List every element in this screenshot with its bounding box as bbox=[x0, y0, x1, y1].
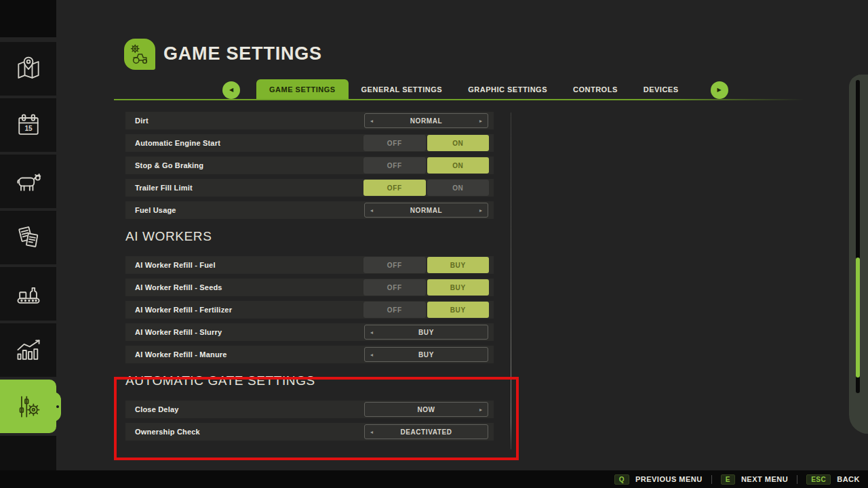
sidebar-item-empty bbox=[0, 436, 56, 470]
sidebar-item-map[interactable] bbox=[0, 42, 56, 96]
selector-fuel-usage[interactable]: ◂ NORMAL ▸ bbox=[364, 203, 488, 218]
scrollbar-thumb[interactable] bbox=[856, 258, 860, 378]
toggle-trailer-fill-limit: OFF ON bbox=[363, 180, 489, 196]
setting-label: Close Delay bbox=[125, 405, 364, 413]
shortcut-label: NEXT MENU bbox=[741, 475, 788, 483]
tractor-gear-icon bbox=[127, 42, 152, 66]
footer-separator bbox=[797, 475, 797, 484]
tab-graphic-settings[interactable]: GRAPHIC SETTINGS bbox=[455, 79, 560, 100]
shortcut-next-menu[interactable]: E NEXT MENU bbox=[721, 474, 788, 485]
tab-game-settings[interactable]: GAME SETTINGS bbox=[256, 79, 349, 100]
setting-row-fuel-usage: Fuel Usage ◂ NORMAL ▸ bbox=[125, 201, 494, 219]
selector-value: DEACTIVATED bbox=[400, 428, 452, 436]
selector-value: BUY bbox=[418, 351, 434, 359]
tabs-next-button[interactable]: ▶ bbox=[711, 81, 728, 99]
selector-value: NORMAL bbox=[410, 207, 442, 214]
setting-label: Automatic Engine Start bbox=[125, 139, 363, 147]
selector-ai-refill-manure[interactable]: ◂ BUY ▸ bbox=[364, 347, 488, 362]
tab-bar: ◀ GAME SETTINGS GENERAL SETTINGS GRAPHIC… bbox=[222, 79, 728, 100]
shortcut-previous-menu[interactable]: Q PREVIOUS MENU bbox=[614, 474, 703, 485]
arrow-left-icon[interactable]: ◂ bbox=[370, 207, 373, 214]
setting-row-stop-go-braking: Stop & Go Braking OFF ON bbox=[125, 157, 494, 174]
setting-label: AI Worker Refill - Fertilizer bbox=[125, 306, 363, 314]
key-e: E bbox=[721, 474, 735, 485]
setting-label: Ownership Check bbox=[125, 428, 364, 436]
tab-general-settings[interactable]: GENERAL SETTINGS bbox=[349, 79, 456, 100]
sidebar-item-settings[interactable] bbox=[0, 380, 56, 433]
page-title: GAME SETTINGS bbox=[163, 43, 322, 64]
arrow-right-icon[interactable]: ▸ bbox=[479, 207, 482, 214]
arrow-right-icon[interactable]: ▸ bbox=[479, 407, 482, 413]
setting-row-ai-refill-fertilizer: AI Worker Refill - Fertilizer OFF BUY bbox=[125, 301, 494, 319]
chevron-left-icon: ◀ bbox=[229, 87, 233, 93]
cow-icon bbox=[14, 167, 43, 197]
setting-row-ai-refill-manure: AI Worker Refill - Manure ◂ BUY ▸ bbox=[125, 346, 494, 363]
sidebar: 15 bbox=[0, 42, 56, 473]
map-icon bbox=[14, 54, 43, 84]
setting-label: AI Worker Refill - Slurry bbox=[125, 328, 364, 336]
arrow-left-icon[interactable]: ◂ bbox=[370, 118, 373, 124]
toggle-off-button[interactable]: OFF bbox=[363, 257, 426, 273]
settings-list: Dirt ◂ NORMAL ▸ Automatic Engine Start O… bbox=[125, 112, 494, 445]
toggle-ai-refill-seeds: OFF BUY bbox=[363, 279, 489, 296]
tab-underline bbox=[114, 99, 804, 100]
tab-controls[interactable]: CONTROLS bbox=[560, 79, 631, 100]
toggle-automatic-engine-start: OFF ON bbox=[363, 135, 489, 151]
key-q: Q bbox=[614, 474, 629, 485]
setting-row-trailer-fill-limit: Trailer Fill Limit OFF ON bbox=[125, 179, 494, 197]
game-settings-screen: 15 bbox=[0, 0, 868, 488]
toggle-stop-go-braking: OFF ON bbox=[363, 157, 489, 174]
toggle-off-button[interactable]: OFF bbox=[363, 180, 426, 196]
setting-row-ai-refill-slurry: AI Worker Refill - Slurry ◂ BUY ▸ bbox=[125, 323, 494, 341]
setting-row-dirt: Dirt ◂ NORMAL ▸ bbox=[125, 112, 494, 129]
section-heading-ai-workers: AI WORKERS bbox=[125, 227, 494, 246]
contracts-icon bbox=[14, 223, 43, 253]
footer-bar: Q PREVIOUS MENU E NEXT MENU ESC BACK bbox=[0, 470, 868, 488]
arrow-left-icon[interactable]: ◂ bbox=[370, 329, 373, 336]
footer-separator bbox=[711, 475, 712, 484]
sidebar-item-animals[interactable] bbox=[0, 155, 56, 208]
settings-sliders-gear-icon bbox=[14, 392, 43, 422]
toggle-on-button[interactable]: ON bbox=[427, 180, 490, 196]
toggle-ai-refill-fertilizer: OFF BUY bbox=[363, 302, 489, 318]
shortcut-label: PREVIOUS MENU bbox=[635, 475, 703, 483]
sidebar-item-production[interactable] bbox=[0, 267, 56, 321]
tab-devices[interactable]: DEVICES bbox=[631, 79, 692, 100]
toggle-buy-button[interactable]: BUY bbox=[427, 257, 490, 273]
toggle-off-button[interactable]: OFF bbox=[363, 135, 426, 151]
shortcut-back[interactable]: ESC BACK bbox=[806, 474, 860, 485]
toggle-on-button[interactable]: ON bbox=[427, 135, 490, 151]
sidebar-item-calendar[interactable]: 15 bbox=[0, 98, 56, 152]
arrow-left-icon[interactable]: ◂ bbox=[370, 352, 373, 358]
list-scrollbar[interactable] bbox=[511, 113, 511, 449]
chevron-right-icon: ▶ bbox=[717, 87, 721, 93]
selector-ai-refill-slurry[interactable]: ◂ BUY ▸ bbox=[364, 325, 488, 340]
toggle-off-button[interactable]: OFF bbox=[363, 157, 426, 174]
section-heading-automatic-gate-settings: AUTOMATIC GATE SETTINGS bbox=[125, 371, 494, 390]
game-settings-app-icon bbox=[124, 39, 155, 70]
toggle-off-button[interactable]: OFF bbox=[363, 279, 426, 296]
selector-close-delay[interactable]: ◂ NOW ▸ bbox=[364, 402, 488, 417]
selector-ownership-check[interactable]: ◂ DEACTIVATED ▸ bbox=[364, 424, 488, 439]
key-esc: ESC bbox=[806, 474, 831, 485]
tabs-prev-button[interactable]: ◀ bbox=[222, 81, 240, 99]
toggle-on-button[interactable]: ON bbox=[427, 157, 490, 174]
selector-dirt[interactable]: ◂ NORMAL ▸ bbox=[364, 113, 488, 128]
setting-label: Dirt bbox=[125, 117, 364, 125]
active-tab-notch bbox=[56, 405, 59, 408]
setting-row-ownership-check: Ownership Check ◂ DEACTIVATED ▸ bbox=[125, 423, 494, 441]
sidebar-item-contracts[interactable] bbox=[0, 211, 56, 264]
toggle-buy-button[interactable]: BUY bbox=[427, 302, 490, 318]
setting-label: AI Worker Refill - Manure bbox=[125, 350, 364, 359]
setting-label: Trailer Fill Limit bbox=[125, 184, 363, 192]
shortcut-label: BACK bbox=[837, 475, 860, 483]
statistics-icon bbox=[14, 336, 43, 365]
production-icon bbox=[14, 279, 43, 309]
sidebar-item-statistics[interactable] bbox=[0, 323, 56, 377]
selector-value: NOW bbox=[417, 406, 435, 413]
toggle-off-button[interactable]: OFF bbox=[363, 302, 426, 318]
toggle-buy-button[interactable]: BUY bbox=[427, 279, 490, 296]
arrow-left-icon[interactable]: ◂ bbox=[370, 429, 373, 435]
arrow-right-icon[interactable]: ▸ bbox=[479, 118, 482, 124]
calendar-day-label: 15 bbox=[24, 125, 33, 132]
